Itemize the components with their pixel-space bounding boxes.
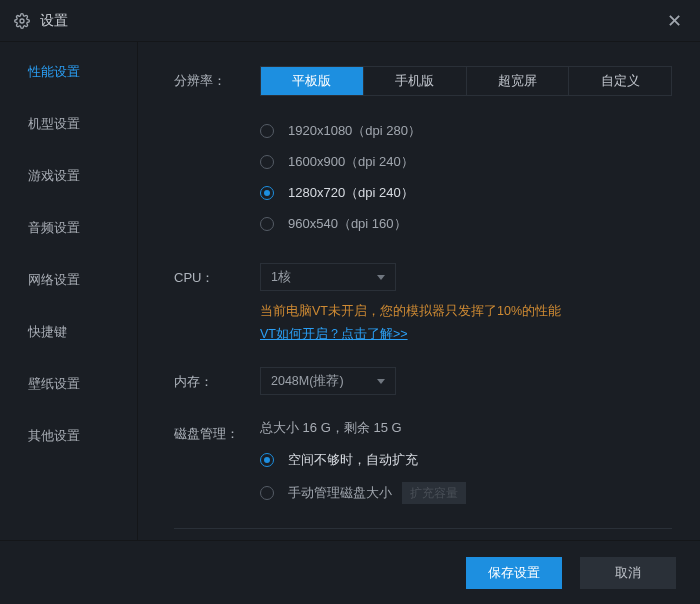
disk-row: 磁盘管理： 总大小 16 G，剩余 15 G 空间不够时，自动扩充手动管理磁盘大… (174, 419, 672, 504)
sidebar-item-3[interactable]: 音频设置 (0, 202, 137, 254)
resolution-option-0[interactable]: 1920x1080（dpi 280） (260, 122, 672, 140)
footer: 保存设置 取消 (0, 540, 700, 604)
sidebar-item-2[interactable]: 游戏设置 (0, 150, 137, 202)
sidebar-item-6[interactable]: 壁纸设置 (0, 358, 137, 410)
resolution-tab-2[interactable]: 超宽屏 (466, 67, 569, 95)
cancel-button[interactable]: 取消 (580, 557, 676, 589)
radio-label: 空间不够时，自动扩充 (288, 451, 418, 469)
sidebar-item-label: 音频设置 (28, 219, 80, 237)
resolution-tab-1[interactable]: 手机版 (363, 67, 466, 95)
close-icon[interactable]: ✕ (663, 6, 686, 36)
vt-help-link[interactable]: VT如何开启？点击了解>> (260, 326, 408, 343)
sidebar-item-label: 快捷键 (28, 323, 67, 341)
cleanup-row: 清理磁盘缓存： 立即清理 (174, 528, 672, 540)
resolution-option-3[interactable]: 960x540（dpi 160） (260, 215, 672, 233)
resolution-tabs: 平板版手机版超宽屏自定义 (260, 66, 672, 96)
sidebar-item-4[interactable]: 网络设置 (0, 254, 137, 306)
sidebar-item-label: 游戏设置 (28, 167, 80, 185)
sidebar-item-label: 机型设置 (28, 115, 80, 133)
sidebar-item-label: 性能设置 (28, 63, 80, 81)
cpu-value: 1核 (271, 269, 291, 286)
content: 分辨率： 平板版手机版超宽屏自定义 1920x1080（dpi 280）1600… (138, 42, 700, 540)
radio-icon (260, 155, 274, 169)
sidebar-item-label: 网络设置 (28, 271, 80, 289)
radio-icon (260, 186, 274, 200)
disk-options: 空间不够时，自动扩充手动管理磁盘大小扩充容量 (260, 451, 672, 504)
memory-label: 内存： (174, 367, 260, 391)
memory-value: 2048M(推荐) (271, 373, 344, 390)
resolution-tab-0[interactable]: 平板版 (261, 67, 363, 95)
radio-icon (260, 217, 274, 231)
radio-label: 960x540（dpi 160） (288, 215, 407, 233)
disk-label: 磁盘管理： (174, 419, 260, 443)
resolution-tab-3[interactable]: 自定义 (568, 67, 671, 95)
sidebar-item-7[interactable]: 其他设置 (0, 410, 137, 462)
gear-icon (14, 13, 30, 29)
radio-label: 1920x1080（dpi 280） (288, 122, 421, 140)
resolution-option-1[interactable]: 1600x900（dpi 240） (260, 153, 672, 171)
radio-icon (260, 124, 274, 138)
resolution-option-2[interactable]: 1280x720（dpi 240） (260, 184, 672, 202)
resolution-label: 分辨率： (174, 66, 260, 90)
cpu-warning: 当前电脑VT未开启，您的模拟器只发挥了10%的性能 (260, 303, 672, 320)
cpu-select[interactable]: 1核 (260, 263, 396, 291)
sidebar-item-label: 其他设置 (28, 427, 80, 445)
disk-option-0[interactable]: 空间不够时，自动扩充 (260, 451, 672, 469)
radio-icon (260, 486, 274, 500)
resolution-row: 分辨率： 平板版手机版超宽屏自定义 1920x1080（dpi 280）1600… (174, 66, 672, 233)
radio-label: 手动管理磁盘大小 (288, 484, 392, 502)
memory-select[interactable]: 2048M(推荐) (260, 367, 396, 395)
sidebar-item-label: 壁纸设置 (28, 375, 80, 393)
save-button[interactable]: 保存设置 (466, 557, 562, 589)
window-title: 设置 (40, 12, 68, 30)
radio-label: 1600x900（dpi 240） (288, 153, 414, 171)
sidebar-item-0[interactable]: 性能设置 (0, 46, 137, 98)
chevron-down-icon (377, 379, 385, 384)
expand-capacity-button: 扩充容量 (402, 482, 466, 504)
sidebar-item-5[interactable]: 快捷键 (0, 306, 137, 358)
radio-label: 1280x720（dpi 240） (288, 184, 414, 202)
disk-summary: 总大小 16 G，剩余 15 G (260, 419, 672, 437)
svg-point-0 (20, 19, 24, 23)
radio-icon (260, 453, 274, 467)
memory-row: 内存： 2048M(推荐) (174, 367, 672, 395)
sidebar-item-1[interactable]: 机型设置 (0, 98, 137, 150)
cpu-label: CPU： (174, 263, 260, 287)
chevron-down-icon (377, 275, 385, 280)
cpu-row: CPU： 1核 当前电脑VT未开启，您的模拟器只发挥了10%的性能 VT如何开启… (174, 263, 672, 343)
titlebar: 设置 ✕ (0, 0, 700, 42)
resolution-options: 1920x1080（dpi 280）1600x900（dpi 240）1280x… (260, 122, 672, 233)
disk-option-1[interactable]: 手动管理磁盘大小扩充容量 (260, 482, 672, 504)
sidebar: 性能设置机型设置游戏设置音频设置网络设置快捷键壁纸设置其他设置 (0, 42, 138, 540)
